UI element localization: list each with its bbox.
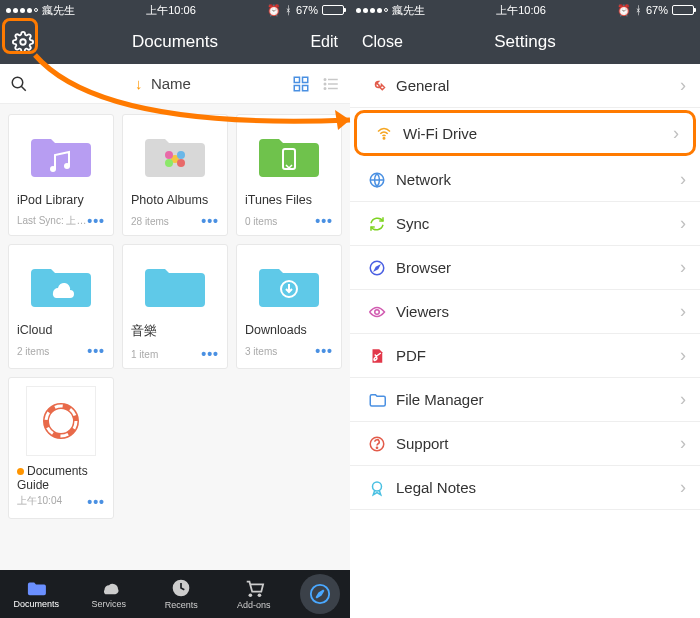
folder-card[interactable]: Downloads 3 items••• [236,244,342,369]
folder-card[interactable]: 音樂 1 item••• [122,244,228,369]
folder-name: Downloads [245,323,333,337]
settings-row-file-manager[interactable]: File Manager › [350,378,700,422]
settings-list[interactable]: General › Wi-Fi Drive › Network › Sync ›… [350,64,700,618]
more-icon[interactable]: ••• [315,343,333,359]
more-icon[interactable]: ••• [87,213,105,229]
carrier-label: 瘋先生 [392,3,425,18]
status-bar: 瘋先生 上午10:06 ⏰ ᚼ 67% [350,0,700,20]
more-icon[interactable]: ••• [201,346,219,362]
folder-name: Photo Albums [131,193,219,207]
svg-point-1 [12,77,23,88]
folder-icon [245,123,333,189]
svg-point-11 [324,83,326,85]
chevron-right-icon: › [680,433,686,454]
settings-row-label: File Manager [396,391,680,408]
document-name: Documents Guide [17,464,105,492]
folder-icon [131,123,219,189]
folder-icon [364,391,390,409]
settings-row-sync[interactable]: Sync › [350,202,700,246]
globe-icon [364,171,390,189]
wrench-icon [364,77,390,95]
annotation-gear-highlight [2,18,38,54]
sort-button[interactable]: ↓ Name [34,75,292,92]
settings-row-pdf[interactable]: PDF › [350,334,700,378]
status-time: 上午10:06 [496,3,546,18]
list-view-icon[interactable] [322,75,340,93]
compass-icon [364,259,390,277]
svg-point-19 [177,159,185,167]
add-ons-icon [243,578,265,598]
folder-card[interactable]: iCloud 2 items••• [8,244,114,369]
document-thumbnail [26,386,96,456]
chevron-right-icon: › [680,213,686,234]
svg-point-10 [324,78,326,80]
folder-name: iTunes Files [245,193,333,207]
document-card[interactable]: Documents Guide 上午10:04••• [8,377,114,519]
settings-row-wi-fi-drive[interactable]: Wi-Fi Drive › [354,110,696,156]
settings-row-network[interactable]: Network › [350,158,700,202]
folder-count: 1 item [131,349,158,360]
chevron-right-icon: › [680,477,686,498]
folder-card[interactable]: iPod Library Last Sync: 上午…••• [8,114,114,236]
browser-compass-button[interactable] [300,574,340,614]
close-button[interactable]: Close [362,33,406,51]
bluetooth-icon: ᚼ [635,4,642,16]
chevron-right-icon: › [680,257,686,278]
folder-count: 0 items [245,216,277,227]
svg-point-18 [165,159,173,167]
folder-icon [17,253,105,319]
settings-row-general[interactable]: General › [350,64,700,108]
tab-bar: DocumentsServicesRecentsAdd-ons [0,570,350,618]
tab-label: Add-ons [237,600,271,610]
settings-row-label: General [396,77,680,94]
settings-row-label: Network [396,171,680,188]
more-icon[interactable]: ••• [315,213,333,229]
svg-rect-4 [303,77,308,82]
documents-screen: 瘋先生 上午10:06 ⏰ ᚼ 67% Documents Edit ↓ Nam… [0,0,350,618]
folder-count: 28 items [131,216,169,227]
more-icon[interactable]: ••• [87,494,105,510]
page-title: Documents [56,32,294,52]
svg-point-36 [373,482,382,491]
svg-point-13 [50,166,56,172]
settings-row-label: Wi-Fi Drive [403,125,673,142]
status-bar: 瘋先生 上午10:06 ⏰ ᚼ 67% [0,0,350,20]
settings-row-label: Browser [396,259,680,276]
tab-label: Services [91,599,126,609]
svg-point-26 [257,593,261,597]
search-icon[interactable] [10,75,34,93]
folder-name: 音樂 [131,323,219,340]
settings-row-legal-notes[interactable]: Legal Notes › [350,466,700,510]
battery-pct: 67% [296,4,318,16]
tab-recents[interactable]: Recents [145,578,218,610]
svg-marker-28 [316,590,323,597]
nav-bar: Documents Edit [0,20,350,64]
tab-services[interactable]: Services [73,579,146,609]
svg-point-12 [324,87,326,89]
svg-rect-6 [303,85,308,90]
wifi-icon [371,124,397,142]
more-icon[interactable]: ••• [201,213,219,229]
recents-icon [171,578,191,598]
folder-grid: iPod Library Last Sync: 上午…••• Photo Alb… [0,104,350,570]
settings-row-browser[interactable]: Browser › [350,246,700,290]
settings-row-support[interactable]: Support › [350,422,700,466]
more-icon[interactable]: ••• [87,343,105,359]
edit-button[interactable]: Edit [294,33,338,51]
folder-card[interactable]: iTunes Files 0 items••• [236,114,342,236]
settings-row-label: Viewers [396,303,680,320]
chevron-right-icon: › [680,345,686,366]
settings-row-viewers[interactable]: Viewers › [350,290,700,334]
bluetooth-icon: ᚼ [285,4,292,16]
svg-marker-32 [375,265,380,270]
grid-view-icon[interactable] [292,75,310,93]
tab-add-ons[interactable]: Add-ons [218,578,291,610]
settings-row-label: PDF [396,347,680,364]
carrier-label: 瘋先生 [42,3,75,18]
status-time: 上午10:06 [146,3,196,18]
folder-icon [131,253,219,319]
folder-card[interactable]: Photo Albums 28 items••• [122,114,228,236]
chevron-right-icon: › [680,301,686,322]
tab-documents[interactable]: Documents [0,579,73,609]
svg-point-33 [375,309,380,314]
